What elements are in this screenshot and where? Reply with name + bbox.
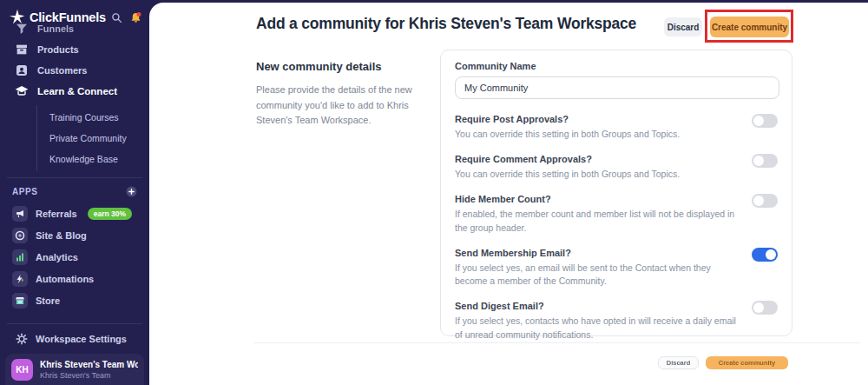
sidebar-item-products[interactable]: Products [0,39,149,60]
discard-button-bottom[interactable]: Discard [658,356,699,369]
require-comment-approvals-toggle[interactable] [752,154,778,168]
send-digest-email-toggle[interactable] [752,301,778,315]
gear-icon [16,333,28,345]
sidebar: ClickFunnels Funnels Products Customers … [0,0,149,385]
person-icon [15,63,29,77]
community-name-label: Community Name [455,61,778,71]
discard-button[interactable]: Discard [664,17,702,37]
sidebar-nav: Funnels Products Customers Learn & Conne… [0,23,149,179]
community-name-input[interactable] [455,76,779,99]
main-panel: Add a community for Khris Steven's Team … [149,3,868,385]
hide-member-count-toggle[interactable] [752,194,778,208]
sidebar-divider [7,323,142,324]
workspace-settings-button[interactable]: Workspace Settings [16,333,127,345]
sidebar-item-referrals[interactable]: Referrals earn 30% [0,202,149,224]
community-details-card: Community Name Require Post Approvals? Y… [440,50,792,336]
avatar: KH [11,359,33,381]
search-icon[interactable] [111,12,122,23]
learn-connect-subnav: Training Courses Private Community Knowl… [36,105,149,171]
toggle-row-post-approvals: Require Post Approvals? You can override… [455,114,778,141]
box-icon [15,43,29,56]
sidebar-item-customers[interactable]: Customers [0,60,149,81]
account-switcher[interactable]: KH Khris Steven's Team Wor... Khris Stev… [5,354,144,385]
toggle-row-digest-email: Send Digest Email? If you select yes, co… [455,301,778,341]
section-description: Please provide the details of the new co… [256,83,426,129]
require-post-approvals-toggle[interactable] [752,114,778,128]
sidebar-item-funnels[interactable]: Funnels [0,23,149,39]
sidebar-item-knowledge-base[interactable]: Knowledge Base [37,149,149,169]
lightning-icon [12,271,28,287]
team-name: Khris Steven's Team [40,371,138,380]
sidebar-item-store[interactable]: Store [0,289,149,311]
storefront-icon [12,293,28,309]
apps-section-label: APPS [12,187,38,196]
funnel-icon [15,23,29,36]
workspace-name: Khris Steven's Team Wor... [40,360,138,369]
megaphone-icon [12,206,28,222]
bottom-separator [253,342,859,343]
sidebar-item-analytics[interactable]: Analytics [0,246,149,268]
create-community-button[interactable]: Create community [710,17,789,37]
toggle-row-comment-approvals: Require Comment Approvals? You can overr… [455,154,778,181]
graduation-cap-icon [15,84,29,98]
apps-list: Referrals earn 30% Site & Blog Analytics… [0,202,149,311]
earn-badge: earn 30% [88,208,132,220]
create-community-button-bottom[interactable]: Create community [706,356,788,369]
sidebar-divider [7,177,142,178]
section-title: New community details [256,60,426,73]
bar-chart-icon [12,249,28,265]
site-blog-icon [12,228,28,243]
sidebar-item-automations[interactable]: Automations [0,268,149,289]
page-title: Add a community for Khris Steven's Team … [256,15,636,33]
toggle-row-hide-member-count: Hide Member Count? If enabled, the membe… [455,194,778,234]
sidebar-item-training-courses[interactable]: Training Courses [37,107,149,128]
sidebar-item-learn-connect[interactable]: Learn & Connect [0,81,149,102]
sidebar-item-site-blog[interactable]: Site & Blog [0,224,149,246]
sidebar-item-private-community[interactable]: Private Community [37,128,149,149]
form-section-intro: New community details Please provide the… [256,60,426,129]
toggle-row-membership-email: Send Membership Email? If you select yes… [455,248,778,288]
add-app-icon[interactable] [126,186,137,197]
send-membership-email-toggle[interactable] [752,248,778,262]
